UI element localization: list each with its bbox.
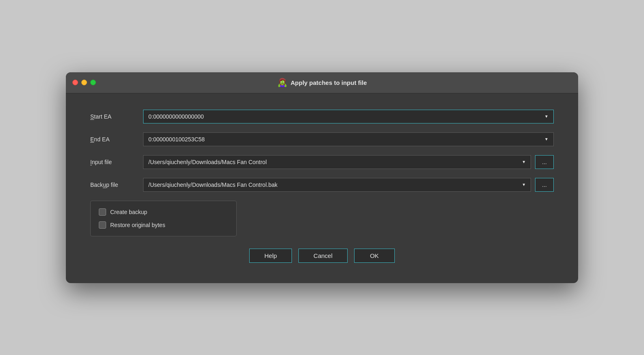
input-file-dropdown[interactable]: /Users/qiuchenly/Downloads/Macs Fan Cont… bbox=[143, 155, 531, 169]
end-ea-value: 0:0000000100253C58 bbox=[148, 136, 205, 143]
traffic-lights bbox=[72, 80, 96, 85]
input-file-label: Input file bbox=[90, 159, 143, 165]
buttons-row: Help Cancel OK bbox=[90, 249, 554, 263]
titlebar: 🧟‍♀️ Apply patches to input file bbox=[66, 72, 578, 93]
create-backup-checkbox[interactable] bbox=[99, 208, 106, 216]
start-ea-input-group: 0:0000000000000000 ▼ bbox=[143, 110, 554, 123]
end-ea-row: End EA 0:0000000100253C58 ▼ bbox=[90, 132, 554, 146]
start-ea-arrow-icon: ▼ bbox=[544, 114, 548, 119]
main-window: 🧟‍♀️ Apply patches to input file Start E… bbox=[66, 72, 578, 283]
backup-file-dropdown[interactable]: /Users/qiuchenly/Downloads/Macs Fan Cont… bbox=[143, 178, 531, 192]
restore-original-checkbox[interactable] bbox=[99, 221, 106, 229]
input-file-row: Input file /Users/qiuchenly/Downloads/Ma… bbox=[90, 155, 554, 169]
backup-file-browse-button[interactable]: ... bbox=[535, 178, 554, 192]
start-ea-dropdown[interactable]: 0:0000000000000000 ▼ bbox=[143, 110, 554, 123]
dialog-content: Start EA 0:0000000000000000 ▼ End EA 0:0… bbox=[66, 93, 578, 283]
backup-file-value: /Users/qiuchenly/Downloads/Macs Fan Cont… bbox=[148, 182, 277, 188]
restore-original-label: Restore original bytes bbox=[110, 222, 165, 228]
close-button[interactable] bbox=[72, 80, 78, 85]
backup-file-row: Backup file /Users/qiuchenly/Downloads/M… bbox=[90, 178, 554, 192]
end-ea-input-group: 0:0000000100253C58 ▼ bbox=[143, 132, 554, 146]
end-ea-dropdown[interactable]: 0:0000000100253C58 ▼ bbox=[143, 132, 554, 146]
input-file-arrow-icon: ▼ bbox=[522, 160, 526, 164]
input-file-input-group: /Users/qiuchenly/Downloads/Macs Fan Cont… bbox=[143, 155, 554, 169]
window-title: Apply patches to input file bbox=[291, 79, 367, 86]
title-icon: 🧟‍♀️ bbox=[277, 78, 287, 87]
restore-original-row: Restore original bytes bbox=[99, 221, 228, 229]
cancel-button[interactable]: Cancel bbox=[298, 249, 348, 263]
create-backup-row: Create backup bbox=[99, 208, 228, 216]
start-ea-row: Start EA 0:0000000000000000 ▼ bbox=[90, 110, 554, 123]
maximize-button[interactable] bbox=[90, 80, 96, 85]
input-file-value: /Users/qiuchenly/Downloads/Macs Fan Cont… bbox=[148, 159, 267, 165]
backup-file-arrow-icon: ▼ bbox=[522, 182, 526, 187]
input-file-browse-button[interactable]: ... bbox=[535, 155, 554, 169]
end-ea-arrow-icon: ▼ bbox=[544, 137, 548, 141]
create-backup-label: Create backup bbox=[110, 209, 147, 215]
backup-file-input-group: /Users/qiuchenly/Downloads/Macs Fan Cont… bbox=[143, 178, 554, 192]
help-button[interactable]: Help bbox=[249, 249, 292, 263]
backup-file-label: Backup file bbox=[90, 182, 143, 188]
minimize-button[interactable] bbox=[81, 80, 87, 85]
ok-button[interactable]: OK bbox=[354, 249, 395, 263]
end-ea-label: End EA bbox=[90, 136, 143, 143]
checkboxes-panel: Create backup Restore original bytes bbox=[90, 201, 237, 236]
start-ea-value: 0:0000000000000000 bbox=[148, 113, 204, 120]
title-area: 🧟‍♀️ Apply patches to input file bbox=[277, 78, 367, 87]
start-ea-label: Start EA bbox=[90, 113, 143, 120]
